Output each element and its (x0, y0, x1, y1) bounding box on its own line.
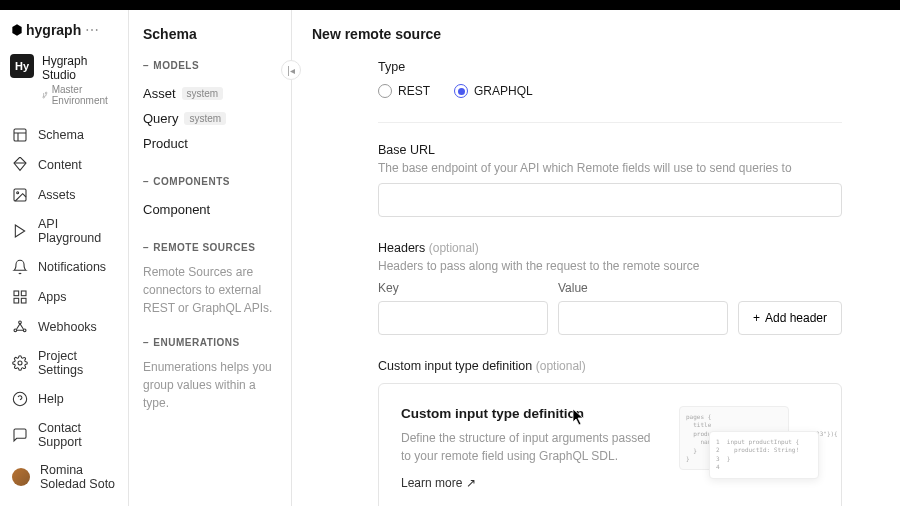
nav-api-playground[interactable]: API Playground (0, 210, 128, 252)
play-icon (12, 223, 28, 239)
header-key-input[interactable] (378, 301, 548, 335)
nav-help[interactable]: Help (0, 384, 128, 414)
mouse-cursor (572, 408, 586, 426)
nav-schema[interactable]: Schema (0, 120, 128, 150)
external-link-icon: ↗ (466, 476, 476, 490)
assets-icon (12, 187, 28, 203)
radio-rest[interactable]: REST (378, 84, 430, 98)
svg-point-9 (14, 329, 17, 332)
project-name: Hygraph Studio (42, 54, 118, 82)
logo-icon (10, 23, 24, 37)
remote-sources-desc: Remote Sources are connectors to externa… (143, 263, 277, 317)
chat-icon (12, 427, 28, 443)
radio-graphql[interactable]: GRAPHQL (454, 84, 533, 98)
svg-rect-6 (21, 298, 26, 303)
svg-point-2 (17, 192, 19, 194)
custom-label: Custom input type definition (optional) (378, 359, 842, 373)
nav-notifications[interactable]: Notifications (0, 252, 128, 282)
svg-rect-4 (14, 291, 19, 296)
model-asset[interactable]: Assetsystem (143, 81, 277, 106)
headers-desc: Headers to pass along with the request t… (378, 259, 842, 273)
svg-marker-3 (15, 225, 24, 237)
webhook-icon (12, 319, 28, 335)
component-item[interactable]: Component (143, 197, 277, 222)
components-heading[interactable]: −COMPONENTS (143, 176, 277, 187)
plus-icon: + (753, 311, 760, 325)
svg-point-10 (23, 329, 26, 332)
svg-rect-5 (21, 291, 26, 296)
collapse-button[interactable]: |◂ (281, 60, 301, 80)
header-value-input[interactable] (558, 301, 728, 335)
add-header-button[interactable]: +Add header (738, 301, 842, 335)
nav-user[interactable]: Romina Soledad Soto (0, 456, 128, 498)
learn-more-link[interactable]: Learn more ↗ (401, 476, 476, 490)
type-label: Type (378, 60, 842, 74)
system-badge: system (184, 112, 226, 125)
models-heading[interactable]: −MODELS (143, 60, 277, 71)
main-content: New remote source Type REST GRAPHQL Base… (292, 10, 900, 506)
nav-project-settings[interactable]: Project Settings (0, 342, 128, 384)
header-key-label: Key (378, 281, 548, 295)
svg-point-12 (13, 392, 26, 405)
help-icon (12, 391, 28, 407)
headers-label: Headers (optional) (378, 241, 842, 255)
nav-contact-support[interactable]: Contact Support (0, 414, 128, 456)
nav-apps[interactable]: Apps (0, 282, 128, 312)
header-value-label: Value (558, 281, 728, 295)
baseurl-label: Base URL (378, 143, 842, 157)
enumerations-desc: Enumerations helps you group values with… (143, 358, 277, 412)
bell-icon (12, 259, 28, 275)
nav-assets[interactable]: Assets (0, 180, 128, 210)
svg-point-8 (19, 321, 22, 324)
schema-icon (12, 127, 28, 143)
logo-row: hygraph ⋯ (0, 22, 128, 48)
nav-webhooks[interactable]: Webhooks (0, 312, 128, 342)
custom-card: Custom input type definition Define the … (378, 383, 842, 506)
main-sidebar: hygraph ⋯ Hy Hygraph Studio Master Envir… (0, 10, 129, 506)
model-product[interactable]: Product (143, 131, 277, 156)
apps-icon (12, 289, 28, 305)
page-title: New remote source (312, 26, 880, 42)
project-env: Master Environment (42, 84, 118, 106)
schema-title: Schema (143, 26, 277, 42)
branch-icon (42, 91, 49, 100)
more-icon[interactable]: ⋯ (85, 22, 98, 38)
logo[interactable]: hygraph (10, 22, 81, 38)
nav-content[interactable]: Content (0, 150, 128, 180)
enumerations-heading[interactable]: −ENUMERATIONS (143, 337, 277, 348)
code-preview-front: 1 input productInput { 2 productId: Stri… (709, 431, 819, 479)
custom-card-desc: Define the structure of input arguments … (401, 429, 659, 465)
svg-rect-0 (14, 129, 26, 141)
remote-sources-heading[interactable]: −REMOTE SOURCES (143, 242, 277, 253)
project-badge: Hy (10, 54, 34, 78)
svg-rect-7 (14, 298, 19, 303)
avatar (12, 468, 30, 486)
svg-point-11 (18, 361, 22, 365)
system-badge: system (182, 87, 224, 100)
model-query[interactable]: Querysystem (143, 106, 277, 131)
schema-sidebar: |◂ Schema −MODELS Assetsystem Querysyste… (129, 10, 292, 506)
project-switcher[interactable]: Hy Hygraph Studio Master Environment (0, 48, 128, 120)
baseurl-desc: The base endpoint of your API which Remo… (378, 161, 842, 175)
content-icon (12, 157, 28, 173)
custom-card-title: Custom input type definition (401, 406, 659, 421)
baseurl-input[interactable] (378, 183, 842, 217)
logo-text: hygraph (26, 22, 81, 38)
gear-icon (12, 355, 28, 371)
